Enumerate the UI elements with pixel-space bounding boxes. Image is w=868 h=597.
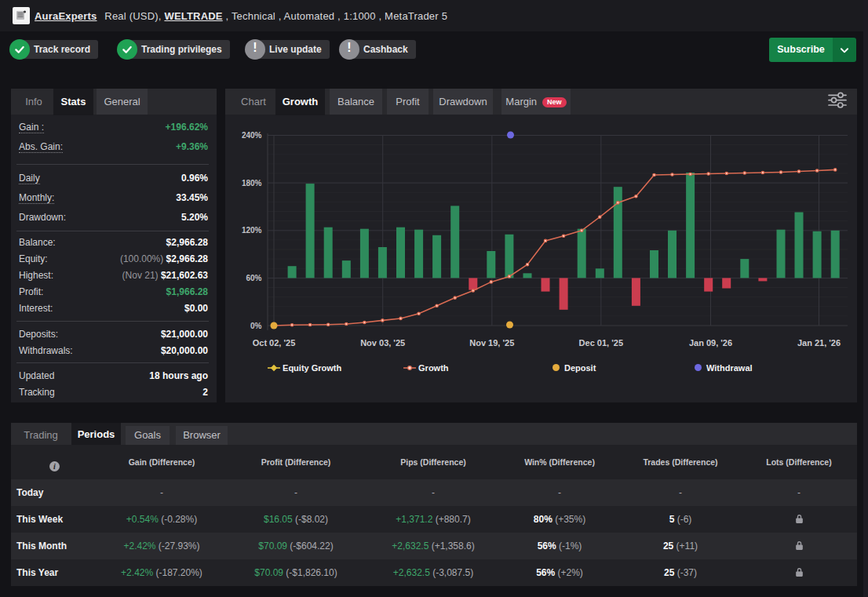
svg-text:Nov 03, '25: Nov 03, '25 — [360, 338, 405, 348]
svg-text:60%: 60% — [246, 274, 261, 282]
svg-text:Nov 19, '25: Nov 19, '25 — [469, 338, 514, 348]
svg-text:120%: 120% — [242, 226, 262, 235]
svg-text:0%: 0% — [250, 322, 262, 330]
svg-text:Dec 01, '25: Dec 01, '25 — [579, 338, 623, 348]
svg-text:240%: 240% — [242, 131, 262, 140]
svg-text:Jan 09, '26: Jan 09, '26 — [689, 338, 732, 348]
svg-text:Jan 21, '26: Jan 21, '26 — [797, 338, 841, 348]
svg-text:Oct 02, '25: Oct 02, '25 — [253, 338, 296, 348]
svg-text:180%: 180% — [242, 179, 262, 187]
